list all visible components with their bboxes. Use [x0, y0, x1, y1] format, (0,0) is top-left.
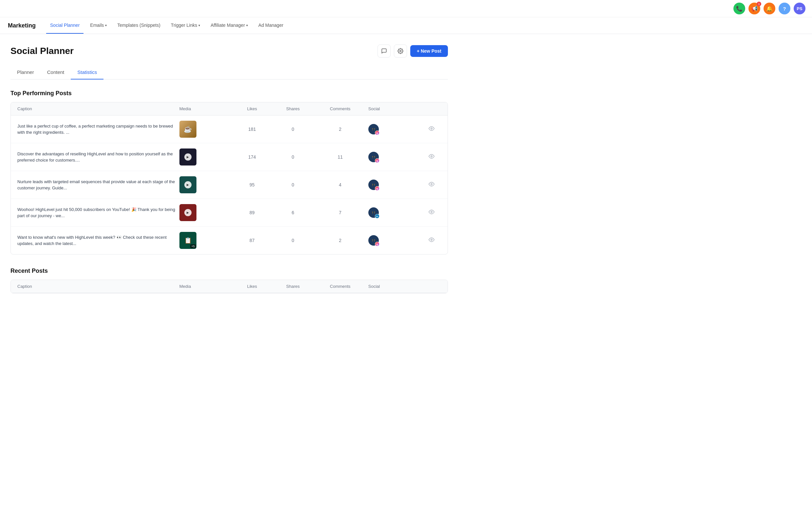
- comments-value: 11: [315, 154, 366, 160]
- nav-affiliate-manager[interactable]: Affiliate Manager ▾: [207, 17, 252, 34]
- main-content: Social Planner + New Post Planner Conten…: [0, 34, 458, 317]
- settings-button[interactable]: [394, 44, 407, 57]
- shares-value: 6: [274, 210, 312, 215]
- social-cell: ↑↑ in: [368, 207, 420, 218]
- instagram-sub-icon: ig: [375, 158, 379, 163]
- view-post-button[interactable]: [422, 153, 441, 161]
- recent-posts-title: Recent Posts: [10, 268, 448, 275]
- svg-point-1: [431, 128, 433, 130]
- top-performing-table: Caption Media Likes Shares Comments Soci…: [10, 102, 448, 255]
- nav-brand: Marketing: [8, 22, 36, 29]
- gear-icon: [397, 48, 403, 54]
- col-caption: Caption: [17, 106, 177, 111]
- col-shares: Shares: [274, 284, 312, 289]
- likes-value: 89: [233, 210, 271, 215]
- col-media: Media: [180, 284, 231, 289]
- avatar-button[interactable]: PS: [794, 3, 805, 14]
- media-thumbnail: 📋 +5: [180, 232, 197, 249]
- social-cell: ↑↑ ig: [368, 180, 420, 190]
- caption-text: Want to know what's new with HighLevel t…: [17, 234, 177, 247]
- social-platform-icon: ↑↑ ig: [368, 235, 379, 245]
- new-post-button[interactable]: + New Post: [410, 45, 448, 57]
- social-platform-icon: ↑↑ ig: [368, 180, 379, 190]
- top-bar: 📞 📢 1 🔔 ? PS: [0, 0, 812, 17]
- svg-point-3: [431, 183, 433, 185]
- emails-chevron: ▾: [105, 24, 107, 27]
- nav-trigger-links[interactable]: Trigger Links ▾: [167, 17, 204, 34]
- eye-icon: [429, 181, 435, 187]
- col-action: [422, 106, 441, 111]
- eye-icon: [429, 126, 435, 132]
- social-cell: ↑↑ ig: [368, 235, 420, 245]
- shares-value: 0: [274, 154, 312, 160]
- instagram-sub-icon: ig: [375, 242, 379, 246]
- shares-value: 0: [274, 238, 312, 243]
- nav-emails[interactable]: Emails ▾: [86, 17, 111, 34]
- play-icon: ▶: [184, 181, 192, 188]
- header-actions: + New Post: [377, 44, 448, 57]
- top-performing-title: Top Performing Posts: [10, 90, 448, 97]
- col-comments: Comments: [315, 106, 366, 111]
- table-header-top: Caption Media Likes Shares Comments Soci…: [11, 103, 448, 116]
- phone-button[interactable]: 📞: [733, 3, 745, 14]
- col-likes: Likes: [233, 284, 271, 289]
- media-thumbnail: ▶: [180, 176, 197, 193]
- likes-value: 174: [233, 154, 271, 160]
- svg-point-4: [431, 211, 433, 213]
- nav-ad-manager[interactable]: Ad Manager: [254, 17, 287, 34]
- view-post-button[interactable]: [422, 209, 441, 216]
- likes-value: 87: [233, 238, 271, 243]
- col-comments: Comments: [315, 284, 366, 289]
- recent-posts-table: Caption Media Likes Shares Comments Soci…: [10, 280, 448, 293]
- linkedin-sub-icon: in: [375, 214, 379, 218]
- comments-value: 2: [315, 127, 366, 132]
- trigger-links-chevron: ▾: [199, 24, 200, 27]
- table-header-recent: Caption Media Likes Shares Comments Soci…: [11, 280, 448, 293]
- svg-point-0: [400, 50, 401, 52]
- media-thumbnail: ▶: [180, 204, 197, 221]
- tab-statistics[interactable]: Statistics: [71, 65, 104, 79]
- view-post-button[interactable]: [422, 181, 441, 188]
- social-platform-icon: ↑↑ ig: [368, 152, 379, 162]
- likes-value: 181: [233, 127, 271, 132]
- nav-templates[interactable]: Templates (Snippets): [113, 17, 164, 34]
- page-title: Social Planner: [10, 46, 74, 56]
- nav-bar: Marketing Social Planner Emails ▾ Templa…: [0, 17, 812, 34]
- caption-text: Woohoo! HighLevel just hit 50,000 subscr…: [17, 206, 177, 219]
- table-row: Woohoo! HighLevel just hit 50,000 subscr…: [11, 199, 448, 227]
- tab-planner[interactable]: Planner: [10, 65, 40, 79]
- comments-value: 4: [315, 182, 366, 187]
- tab-content[interactable]: Content: [40, 65, 71, 79]
- bell-btn-wrap: 🔔: [764, 3, 775, 14]
- likes-value: 95: [233, 182, 271, 187]
- caption-text: Just like a perfect cup of coffee, a per…: [17, 123, 177, 136]
- col-media: Media: [180, 106, 231, 111]
- eye-icon: [429, 153, 435, 159]
- social-cell: ↑↑ ig: [368, 152, 420, 162]
- svg-point-2: [431, 156, 433, 157]
- table-row: Discover the advantages of reselling Hig…: [11, 143, 448, 171]
- page-header: Social Planner + New Post: [10, 44, 448, 57]
- instagram-sub-icon: ig: [375, 186, 379, 191]
- social-platform-icon: ↑↑ in: [368, 207, 379, 218]
- phone-btn-wrap: 📞: [733, 3, 745, 14]
- col-likes: Likes: [233, 106, 271, 111]
- bell-button[interactable]: 🔔: [764, 3, 775, 14]
- affiliate-chevron: ▾: [246, 24, 248, 27]
- col-action: [422, 284, 441, 289]
- comment-icon: [381, 48, 387, 54]
- nav-social-planner[interactable]: Social Planner: [46, 17, 84, 34]
- comment-button[interactable]: [377, 44, 390, 57]
- shares-value: 0: [274, 182, 312, 187]
- eye-icon: [429, 237, 435, 243]
- col-shares: Shares: [274, 106, 312, 111]
- help-button[interactable]: ?: [779, 3, 790, 14]
- table-row: Nurture leads with targeted email sequen…: [11, 171, 448, 199]
- view-post-button[interactable]: [422, 237, 441, 244]
- view-post-button[interactable]: [422, 126, 441, 133]
- eye-icon: [429, 209, 435, 215]
- media-thumbnail: ☕: [180, 121, 197, 138]
- col-caption: Caption: [17, 284, 177, 289]
- table-row: Want to know what's new with HighLevel t…: [11, 227, 448, 254]
- megaphone-badge: 1: [757, 2, 761, 6]
